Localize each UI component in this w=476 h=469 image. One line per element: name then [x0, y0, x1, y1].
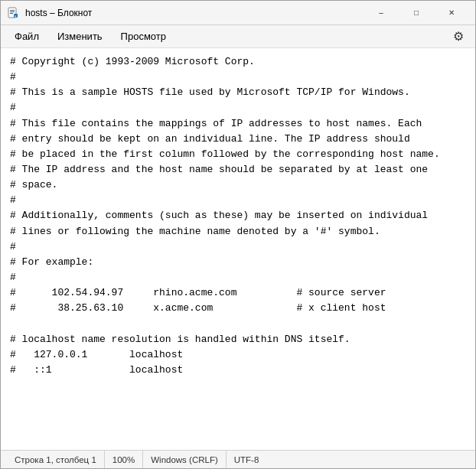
svg-rect-2 [10, 11, 15, 12]
svg-rect-1 [10, 10, 15, 11]
maximize-button[interactable]: □ [399, 1, 434, 25]
menu-view[interactable]: Просмотр [113, 28, 174, 45]
text-editor[interactable]: # Copyright (c) 1993-2009 Microsoft Corp… [1, 48, 475, 450]
menubar: Файл Изменить Просмотр ⚙ [1, 25, 475, 48]
encoding[interactable]: UTF-8 [227, 451, 267, 468]
window-controls: – □ ✕ [364, 1, 469, 25]
minimize-button[interactable]: – [364, 1, 399, 25]
editor-content: # Copyright (c) 1993-2009 Microsoft Corp… [10, 54, 466, 378]
cursor-position: Строка 1, столбец 1 [7, 451, 105, 468]
notepad-window: N hosts – Блокнот – □ ✕ Файл Изменить Пр… [0, 0, 476, 469]
settings-icon[interactable]: ⚙ [448, 26, 469, 47]
statusbar: Строка 1, столбец 1 100% Windows (CRLF) … [1, 450, 475, 468]
close-button[interactable]: ✕ [434, 1, 469, 25]
window-title: hosts – Блокнот [25, 8, 364, 18]
titlebar: N hosts – Блокнот – □ ✕ [1, 1, 475, 25]
app-icon: N [7, 7, 19, 19]
svg-rect-3 [10, 13, 13, 14]
menu-edit[interactable]: Изменить [50, 28, 110, 45]
zoom-level[interactable]: 100% [105, 451, 143, 468]
menu-file[interactable]: Файл [7, 28, 47, 45]
line-ending[interactable]: Windows (CRLF) [143, 451, 227, 468]
